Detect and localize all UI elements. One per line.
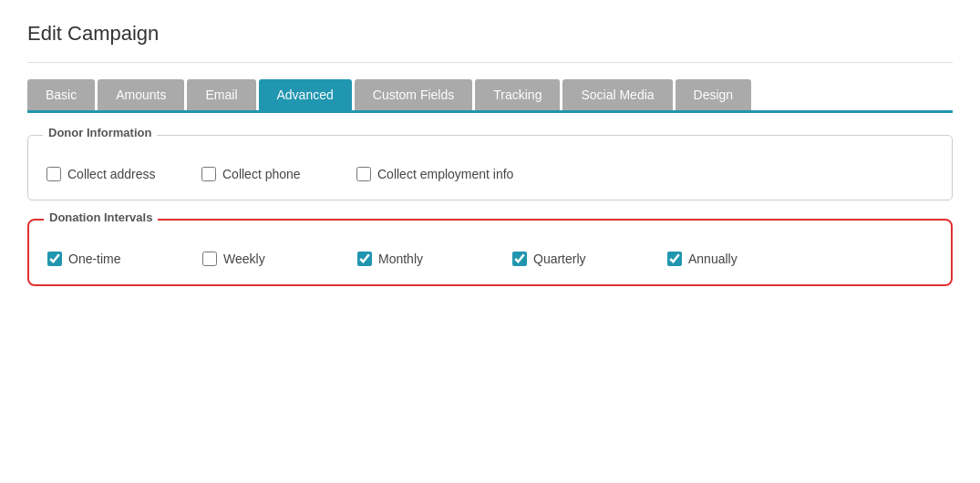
interval-checkbox-one-time: One-time — [47, 252, 166, 266]
interval-monthly-input[interactable] — [357, 252, 372, 266]
interval-one-time-input[interactable] — [47, 252, 62, 266]
donation-intervals-legend: Donation Intervals — [44, 211, 158, 224]
interval-checkbox-annually: Annually — [667, 252, 786, 266]
interval-quarterly-label[interactable]: Quarterly — [533, 252, 586, 266]
tabs-nav: BasicAmountsEmailAdvancedCustom FieldsTr… — [27, 79, 953, 113]
interval-checkbox-quarterly: Quarterly — [512, 252, 631, 266]
tab-custom-fields[interactable]: Custom Fields — [355, 79, 472, 110]
tab-amounts[interactable]: Amounts — [98, 79, 184, 110]
donor-information-legend: Donor Information — [43, 126, 157, 139]
donation-intervals-checkboxes: One-timeWeeklyMonthlyQuarterlyAnnually — [47, 252, 933, 266]
collect-phone-label[interactable]: Collect phone — [222, 167, 301, 181]
tab-social-media[interactable]: Social Media — [562, 79, 672, 110]
collect-address-label[interactable]: Collect address — [67, 167, 156, 181]
collect-phone-input[interactable] — [201, 167, 216, 181]
tab-email[interactable]: Email — [187, 79, 255, 110]
tab-advanced[interactable]: Advanced — [259, 79, 352, 110]
interval-weekly-label[interactable]: Weekly — [223, 252, 265, 266]
interval-quarterly-input[interactable] — [512, 252, 527, 266]
donor-information-checkboxes: Collect addressCollect phoneCollect empl… — [46, 167, 934, 181]
tab-tracking[interactable]: Tracking — [475, 79, 560, 110]
interval-weekly-input[interactable] — [202, 252, 217, 266]
donor-information-section: Donor Information Collect addressCollect… — [27, 135, 953, 200]
collect-employment-input[interactable] — [356, 167, 371, 181]
tab-design[interactable]: Design — [676, 79, 752, 110]
interval-annually-input[interactable] — [667, 252, 682, 266]
donor-checkbox-collect-employment: Collect employment info — [356, 167, 513, 181]
interval-checkbox-weekly: Weekly — [202, 252, 321, 266]
title-divider — [27, 62, 953, 63]
donor-checkbox-collect-address: Collect address — [46, 167, 165, 181]
donation-intervals-section: Donation Intervals One-timeWeeklyMonthly… — [27, 219, 953, 286]
donor-checkbox-collect-phone: Collect phone — [201, 167, 320, 181]
collect-address-input[interactable] — [46, 167, 61, 181]
interval-annually-label[interactable]: Annually — [688, 252, 738, 266]
tab-basic[interactable]: Basic — [27, 79, 95, 110]
interval-monthly-label[interactable]: Monthly — [378, 252, 423, 266]
interval-one-time-label[interactable]: One-time — [68, 252, 121, 266]
page-title: Edit Campaign — [27, 22, 953, 46]
interval-checkbox-monthly: Monthly — [357, 252, 476, 266]
collect-employment-label[interactable]: Collect employment info — [377, 167, 513, 181]
